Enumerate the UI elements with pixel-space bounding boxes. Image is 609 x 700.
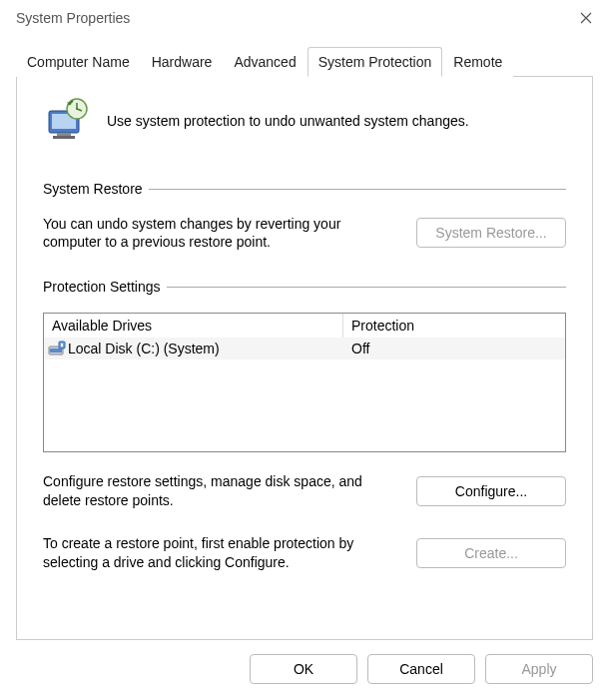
system-restore-group-label: System Restore <box>43 181 149 197</box>
window-title: System Properties <box>16 10 130 26</box>
system-restore-group: System Restore You can undo system chang… <box>43 181 566 251</box>
create-desc: To create a restore point, first enable … <box>43 534 392 572</box>
drive-name: Local Disk (C:) (System) <box>68 341 220 356</box>
system-properties-window: System Properties Computer Name Hardware… <box>0 0 609 700</box>
svg-rect-3 <box>53 136 75 139</box>
tab-computer-name[interactable]: Computer Name <box>16 47 141 77</box>
svg-rect-7 <box>50 349 62 352</box>
cancel-button[interactable]: Cancel <box>367 654 475 684</box>
protection-settings-group: Protection Settings Available Drives Pro… <box>43 279 566 572</box>
drive-protection-status: Off <box>343 341 565 356</box>
configure-desc: Configure restore settings, manage disk … <box>43 472 392 510</box>
system-restore-desc: You can undo system changes by reverting… <box>43 215 392 251</box>
table-header: Available Drives Protection <box>44 314 565 338</box>
header-available-drives: Available Drives <box>44 314 343 338</box>
tab-advanced[interactable]: Advanced <box>223 47 306 77</box>
tab-hardware[interactable]: Hardware <box>141 47 224 77</box>
hero-section: Use system protection to undo unwanted s… <box>43 97 566 145</box>
system-protection-icon <box>43 97 91 145</box>
ok-button[interactable]: OK <box>250 654 357 684</box>
apply-button[interactable]: Apply <box>485 654 593 684</box>
tab-remote[interactable]: Remote <box>442 47 513 77</box>
dialog-footer: OK Cancel Apply <box>0 640 609 700</box>
tab-system-protection[interactable]: System Protection <box>307 47 443 77</box>
protection-settings-group-label: Protection Settings <box>43 279 167 295</box>
svg-rect-9 <box>61 344 63 347</box>
hero-text: Use system protection to undo unwanted s… <box>107 113 469 129</box>
svg-rect-2 <box>57 133 71 136</box>
header-protection: Protection <box>343 314 565 338</box>
system-restore-button[interactable]: System Restore... <box>416 218 566 248</box>
drive-icon <box>48 341 66 356</box>
configure-button[interactable]: Configure... <box>416 476 566 506</box>
drives-table[interactable]: Available Drives Protection <box>43 313 566 452</box>
table-row[interactable]: Local Disk (C:) (System) Off <box>44 338 565 359</box>
close-icon <box>580 12 592 24</box>
tab-panel: Use system protection to undo unwanted s… <box>16 77 593 640</box>
tab-strip: Computer Name Hardware Advanced System P… <box>16 46 593 77</box>
create-button[interactable]: Create... <box>416 538 566 568</box>
titlebar: System Properties <box>0 0 609 36</box>
close-button[interactable] <box>563 0 609 36</box>
